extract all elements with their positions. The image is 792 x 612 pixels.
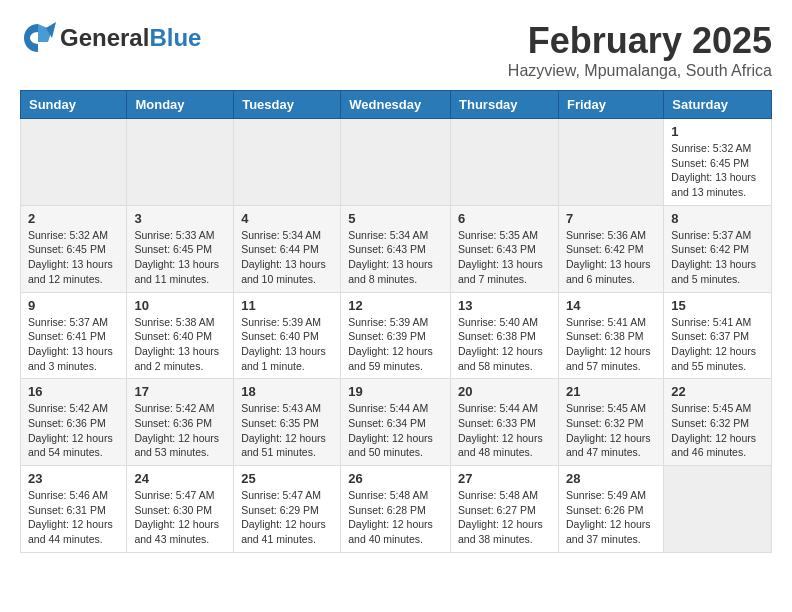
day-info: Sunrise: 5:41 AM Sunset: 6:38 PM Dayligh…: [566, 315, 656, 374]
calendar-cell: 6Sunrise: 5:35 AM Sunset: 6:43 PM Daylig…: [451, 205, 559, 292]
calendar-cell: 9Sunrise: 5:37 AM Sunset: 6:41 PM Daylig…: [21, 292, 127, 379]
day-number: 13: [458, 298, 551, 313]
day-info: Sunrise: 5:42 AM Sunset: 6:36 PM Dayligh…: [28, 401, 119, 460]
day-number: 20: [458, 384, 551, 399]
logo-text: GeneralBlue: [60, 24, 201, 51]
calendar-cell: 21Sunrise: 5:45 AM Sunset: 6:32 PM Dayli…: [558, 379, 663, 466]
calendar-cell: 7Sunrise: 5:36 AM Sunset: 6:42 PM Daylig…: [558, 205, 663, 292]
day-number: 9: [28, 298, 119, 313]
calendar-cell: 1Sunrise: 5:32 AM Sunset: 6:45 PM Daylig…: [664, 119, 772, 206]
day-number: 6: [458, 211, 551, 226]
calendar-cell: [558, 119, 663, 206]
day-number: 7: [566, 211, 656, 226]
calendar-cell: 10Sunrise: 5:38 AM Sunset: 6:40 PM Dayli…: [127, 292, 234, 379]
day-info: Sunrise: 5:42 AM Sunset: 6:36 PM Dayligh…: [134, 401, 226, 460]
calendar-cell: [127, 119, 234, 206]
calendar-cell: 11Sunrise: 5:39 AM Sunset: 6:40 PM Dayli…: [234, 292, 341, 379]
day-info: Sunrise: 5:34 AM Sunset: 6:44 PM Dayligh…: [241, 228, 333, 287]
day-info: Sunrise: 5:45 AM Sunset: 6:32 PM Dayligh…: [671, 401, 764, 460]
day-info: Sunrise: 5:34 AM Sunset: 6:43 PM Dayligh…: [348, 228, 443, 287]
day-info: Sunrise: 5:39 AM Sunset: 6:39 PM Dayligh…: [348, 315, 443, 374]
day-info: Sunrise: 5:45 AM Sunset: 6:32 PM Dayligh…: [566, 401, 656, 460]
calendar-cell: 14Sunrise: 5:41 AM Sunset: 6:38 PM Dayli…: [558, 292, 663, 379]
day-info: Sunrise: 5:47 AM Sunset: 6:30 PM Dayligh…: [134, 488, 226, 547]
weekday-header-tuesday: Tuesday: [234, 91, 341, 119]
weekday-header-row: SundayMondayTuesdayWednesdayThursdayFrid…: [21, 91, 772, 119]
day-number: 1: [671, 124, 764, 139]
day-info: Sunrise: 5:44 AM Sunset: 6:33 PM Dayligh…: [458, 401, 551, 460]
logo: GeneralBlue: [20, 20, 201, 56]
day-info: Sunrise: 5:32 AM Sunset: 6:45 PM Dayligh…: [28, 228, 119, 287]
calendar-cell: 15Sunrise: 5:41 AM Sunset: 6:37 PM Dayli…: [664, 292, 772, 379]
weekday-header-wednesday: Wednesday: [341, 91, 451, 119]
day-info: Sunrise: 5:43 AM Sunset: 6:35 PM Dayligh…: [241, 401, 333, 460]
calendar-title: February 2025: [508, 20, 772, 62]
day-info: Sunrise: 5:40 AM Sunset: 6:38 PM Dayligh…: [458, 315, 551, 374]
calendar-cell: 19Sunrise: 5:44 AM Sunset: 6:34 PM Dayli…: [341, 379, 451, 466]
day-info: Sunrise: 5:36 AM Sunset: 6:42 PM Dayligh…: [566, 228, 656, 287]
calendar-cell: 4Sunrise: 5:34 AM Sunset: 6:44 PM Daylig…: [234, 205, 341, 292]
calendar-cell: [664, 466, 772, 553]
day-number: 10: [134, 298, 226, 313]
day-number: 26: [348, 471, 443, 486]
calendar-cell: 20Sunrise: 5:44 AM Sunset: 6:33 PM Dayli…: [451, 379, 559, 466]
day-number: 19: [348, 384, 443, 399]
week-row-5: 23Sunrise: 5:46 AM Sunset: 6:31 PM Dayli…: [21, 466, 772, 553]
day-number: 14: [566, 298, 656, 313]
calendar-cell: 16Sunrise: 5:42 AM Sunset: 6:36 PM Dayli…: [21, 379, 127, 466]
week-row-3: 9Sunrise: 5:37 AM Sunset: 6:41 PM Daylig…: [21, 292, 772, 379]
day-number: 15: [671, 298, 764, 313]
weekday-header-friday: Friday: [558, 91, 663, 119]
day-number: 28: [566, 471, 656, 486]
day-info: Sunrise: 5:35 AM Sunset: 6:43 PM Dayligh…: [458, 228, 551, 287]
calendar-cell: 25Sunrise: 5:47 AM Sunset: 6:29 PM Dayli…: [234, 466, 341, 553]
calendar-cell: 2Sunrise: 5:32 AM Sunset: 6:45 PM Daylig…: [21, 205, 127, 292]
weekday-header-monday: Monday: [127, 91, 234, 119]
day-info: Sunrise: 5:32 AM Sunset: 6:45 PM Dayligh…: [671, 141, 764, 200]
calendar-cell: 3Sunrise: 5:33 AM Sunset: 6:45 PM Daylig…: [127, 205, 234, 292]
day-number: 17: [134, 384, 226, 399]
day-number: 25: [241, 471, 333, 486]
calendar-cell: 22Sunrise: 5:45 AM Sunset: 6:32 PM Dayli…: [664, 379, 772, 466]
day-info: Sunrise: 5:48 AM Sunset: 6:28 PM Dayligh…: [348, 488, 443, 547]
day-info: Sunrise: 5:46 AM Sunset: 6:31 PM Dayligh…: [28, 488, 119, 547]
week-row-2: 2Sunrise: 5:32 AM Sunset: 6:45 PM Daylig…: [21, 205, 772, 292]
day-number: 3: [134, 211, 226, 226]
day-number: 21: [566, 384, 656, 399]
day-info: Sunrise: 5:37 AM Sunset: 6:42 PM Dayligh…: [671, 228, 764, 287]
calendar-cell: 28Sunrise: 5:49 AM Sunset: 6:26 PM Dayli…: [558, 466, 663, 553]
calendar-cell: 23Sunrise: 5:46 AM Sunset: 6:31 PM Dayli…: [21, 466, 127, 553]
weekday-header-thursday: Thursday: [451, 91, 559, 119]
page-header: GeneralBlue February 2025 Hazyview, Mpum…: [20, 20, 772, 80]
calendar-cell: 27Sunrise: 5:48 AM Sunset: 6:27 PM Dayli…: [451, 466, 559, 553]
day-number: 5: [348, 211, 443, 226]
day-number: 24: [134, 471, 226, 486]
day-info: Sunrise: 5:39 AM Sunset: 6:40 PM Dayligh…: [241, 315, 333, 374]
calendar-cell: [451, 119, 559, 206]
day-info: Sunrise: 5:44 AM Sunset: 6:34 PM Dayligh…: [348, 401, 443, 460]
day-number: 18: [241, 384, 333, 399]
title-section: February 2025 Hazyview, Mpumalanga, Sout…: [508, 20, 772, 80]
calendar-cell: [341, 119, 451, 206]
day-number: 11: [241, 298, 333, 313]
calendar-cell: 24Sunrise: 5:47 AM Sunset: 6:30 PM Dayli…: [127, 466, 234, 553]
calendar-cell: 18Sunrise: 5:43 AM Sunset: 6:35 PM Dayli…: [234, 379, 341, 466]
day-number: 2: [28, 211, 119, 226]
weekday-header-saturday: Saturday: [664, 91, 772, 119]
day-info: Sunrise: 5:48 AM Sunset: 6:27 PM Dayligh…: [458, 488, 551, 547]
week-row-4: 16Sunrise: 5:42 AM Sunset: 6:36 PM Dayli…: [21, 379, 772, 466]
logo-icon: [20, 20, 56, 56]
day-info: Sunrise: 5:47 AM Sunset: 6:29 PM Dayligh…: [241, 488, 333, 547]
day-number: 12: [348, 298, 443, 313]
day-number: 16: [28, 384, 119, 399]
day-number: 22: [671, 384, 764, 399]
day-number: 4: [241, 211, 333, 226]
day-info: Sunrise: 5:41 AM Sunset: 6:37 PM Dayligh…: [671, 315, 764, 374]
calendar-cell: 13Sunrise: 5:40 AM Sunset: 6:38 PM Dayli…: [451, 292, 559, 379]
day-info: Sunrise: 5:37 AM Sunset: 6:41 PM Dayligh…: [28, 315, 119, 374]
day-number: 8: [671, 211, 764, 226]
calendar-cell: [234, 119, 341, 206]
calendar-cell: 17Sunrise: 5:42 AM Sunset: 6:36 PM Dayli…: [127, 379, 234, 466]
calendar-cell: 12Sunrise: 5:39 AM Sunset: 6:39 PM Dayli…: [341, 292, 451, 379]
day-number: 27: [458, 471, 551, 486]
